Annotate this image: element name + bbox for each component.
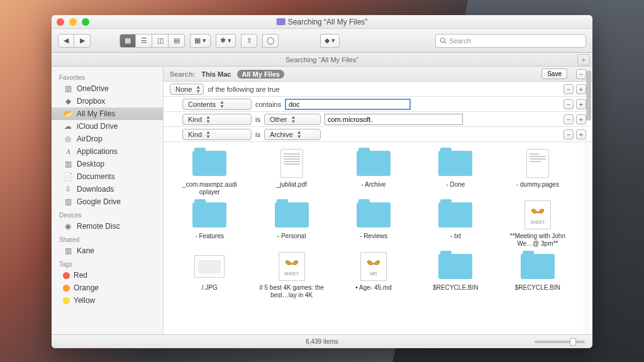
- tag-orange[interactable]: Orange: [52, 282, 163, 294]
- rule-remove-button[interactable]: −: [564, 99, 574, 109]
- minimize-icon[interactable]: [69, 18, 77, 26]
- sidebar-header-favorites: Favorites: [52, 70, 163, 82]
- tags-button[interactable]: ◯: [262, 34, 279, 48]
- content-area: Search: This Mac All My Files Save − Non…: [164, 67, 592, 334]
- rule3-attr-dropdown[interactable]: Kind▲▼: [182, 129, 252, 140]
- sidebar-icon: ◆: [63, 97, 73, 106]
- scope-all-my-files[interactable]: All My Files: [237, 70, 284, 79]
- zoom-icon[interactable]: [82, 18, 89, 26]
- toolbar: ◀ ▶ ▦ ☰ ◫ ▤ ▦ ▾ ✱ ▾ ⇧ ◯ ◆ ▾ Search: [52, 29, 592, 53]
- rule1-attr-dropdown[interactable]: Contents▲▼: [182, 99, 252, 110]
- sidebar-item-google-drive[interactable]: ▥Google Drive: [52, 195, 163, 208]
- sidebar-item-downloads[interactable]: ⇩Downloads: [52, 183, 163, 195]
- view-coverflow-button[interactable]: ▤: [169, 34, 185, 48]
- back-button[interactable]: ◀: [58, 34, 74, 48]
- file-name: - dummy.pages: [516, 181, 559, 189]
- scope-this-mac[interactable]: This Mac: [201, 70, 231, 78]
- file-name: /.JPG: [202, 284, 218, 292]
- file-name: - Personal: [277, 233, 306, 240]
- file-item[interactable]: - txt: [416, 200, 495, 248]
- view-icons-button[interactable]: ▦: [119, 34, 136, 48]
- rule-remove-button[interactable]: −: [564, 84, 574, 94]
- disc-icon: ◉: [63, 222, 73, 231]
- forward-button[interactable]: ▶: [74, 34, 91, 48]
- file-name: $RECYCLE.BIN: [433, 284, 478, 292]
- share-button[interactable]: ⇧: [241, 34, 257, 48]
- search-input[interactable]: Search: [435, 34, 586, 48]
- zoom-slider[interactable]: [535, 341, 585, 343]
- folder-icon: [438, 202, 472, 228]
- close-icon[interactable]: [57, 18, 64, 26]
- sidebar-item-all-my-files[interactable]: 📂All My Files: [52, 107, 163, 120]
- file-item[interactable]: SHEET# 5 best 4K games: the best…lay in …: [252, 251, 331, 299]
- file-item[interactable]: - Reviews: [334, 200, 413, 248]
- sidebar-item-airdrop[interactable]: ◎AirDrop: [52, 133, 163, 145]
- file-name: - Done: [446, 181, 465, 189]
- sidebar-item-icloud-drive[interactable]: ☁iCloud Drive: [52, 120, 163, 133]
- file-item[interactable]: - Archive: [334, 148, 413, 196]
- file-item[interactable]: $RECYCLE.BIN: [498, 251, 577, 299]
- sidebar-item-documents[interactable]: 📄Documents: [52, 170, 163, 183]
- add-tab-button[interactable]: +: [577, 54, 590, 65]
- rule-row-3: Kind▲▼ is Archive▲▼ − +: [164, 127, 592, 142]
- file-item[interactable]: $RECYCLE.BIN: [416, 251, 495, 299]
- file-grid: _com.maxmpz.audi oplayer_jubilat.pdf- Ar…: [164, 142, 592, 334]
- file-item[interactable]: _com.maxmpz.audi oplayer: [170, 148, 249, 196]
- file-item[interactable]: /.JPG: [170, 251, 249, 299]
- sidebar-item-applications[interactable]: 𝐴Applications: [52, 145, 163, 158]
- rule-row-2: Kind▲▼ is Other▲▼ − +: [164, 112, 592, 127]
- svg-line-1: [445, 42, 447, 44]
- rule2-extra-input[interactable]: [325, 114, 463, 125]
- sidebar-item-remote-disc[interactable]: ◉Remote Disc: [52, 220, 163, 233]
- file-name: _jubilat.pdf: [276, 181, 306, 189]
- sidebar-item-onedrive[interactable]: ▥OneDrive: [52, 82, 163, 95]
- folder-icon: [275, 202, 309, 228]
- search-header: Search: This Mac All My Files Save −: [164, 67, 592, 82]
- file-item[interactable]: - Features: [170, 200, 249, 248]
- rule2-attr-dropdown[interactable]: Kind▲▼: [182, 114, 252, 125]
- file-item[interactable]: SHEET**Meeting with John We…@ 3pm**: [498, 200, 577, 248]
- match-suffix: of the following are true: [208, 85, 279, 93]
- folder-icon: [438, 151, 472, 176]
- sidebar-item-kane[interactable]: ▥Kane: [52, 244, 163, 257]
- sidebar-item-desktop[interactable]: ▥Desktop: [52, 158, 163, 170]
- rule3-val-dropdown[interactable]: Archive▲▼: [264, 129, 321, 140]
- rule2-val-dropdown[interactable]: Other▲▼: [264, 114, 321, 125]
- sidebar-item-dropbox[interactable]: ◆Dropbox: [52, 95, 163, 107]
- folder-icon: [192, 151, 226, 176]
- tag-dot-icon: [63, 285, 70, 292]
- pages-icon: [526, 149, 549, 178]
- sidebar-header-devices: Devices: [52, 208, 163, 220]
- butterfly-icon: SHEET: [525, 200, 551, 229]
- view-columns-button[interactable]: ◫: [152, 34, 169, 48]
- rule-match-row: None▲▼ of the following are true − +: [164, 82, 592, 97]
- rule1-value-input[interactable]: [285, 99, 411, 110]
- image-icon: [194, 255, 225, 278]
- sidebar-header-tags: Tags: [52, 257, 163, 269]
- rule-remove-button[interactable]: −: [564, 129, 574, 140]
- file-item[interactable]: - Done: [416, 148, 495, 196]
- arrange-button[interactable]: ▦ ▾: [190, 34, 211, 48]
- sidebar: Favorites ▥OneDrive◆Dropbox📂All My Files…: [52, 67, 164, 334]
- file-item[interactable]: MD• Age- 45.md: [334, 251, 413, 299]
- file-name: $RECYCLE.BIN: [515, 284, 560, 292]
- save-search-button[interactable]: Save: [541, 69, 567, 79]
- dropbox-button[interactable]: ◆ ▾: [320, 34, 340, 48]
- search-icon: [440, 37, 447, 44]
- tag-red[interactable]: Red: [52, 269, 163, 282]
- document-icon: [280, 149, 303, 178]
- folder-icon: [277, 18, 286, 25]
- tag-yellow[interactable]: Yellow: [52, 294, 163, 307]
- scrollbar[interactable]: [584, 67, 592, 321]
- sidebar-icon: ▥: [63, 197, 73, 206]
- file-item[interactable]: _jubilat.pdf: [252, 148, 331, 196]
- svg-point-0: [440, 38, 445, 42]
- file-item[interactable]: - dummy.pages: [498, 148, 577, 196]
- view-list-button[interactable]: ☰: [136, 34, 152, 48]
- action-button[interactable]: ✱ ▾: [216, 34, 236, 48]
- match-dropdown[interactable]: None▲▼: [170, 84, 204, 95]
- file-item[interactable]: - Personal: [252, 200, 331, 248]
- folder-icon: [357, 151, 391, 176]
- titlebar: Searching “All My Files”: [52, 15, 592, 29]
- rule-remove-button[interactable]: −: [564, 114, 574, 124]
